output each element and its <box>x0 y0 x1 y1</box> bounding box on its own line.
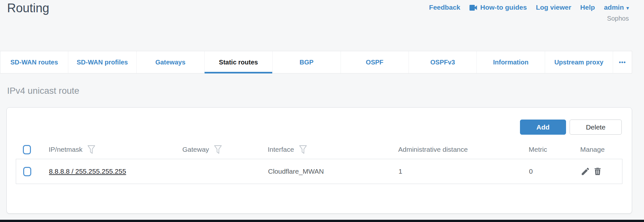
column-header-interface: Interface <box>268 146 294 153</box>
nav-admin-menu[interactable]: admin ▾ <box>604 4 629 11</box>
nav-feedback[interactable]: Feedback <box>429 4 460 11</box>
nav-help[interactable]: Help <box>580 4 595 11</box>
window-bottom-edge <box>0 220 644 222</box>
tab-overflow-ellipsis-icon[interactable]: ••• <box>613 51 632 73</box>
cell-administrative-distance: 1 <box>399 168 529 175</box>
column-header-administrative-distance: Administrative distance <box>398 146 468 153</box>
tab-bgp[interactable]: BGP <box>273 51 341 73</box>
row-checkbox[interactable] <box>23 167 31 176</box>
delete-button[interactable]: Delete <box>570 120 622 135</box>
tab-gateways[interactable]: Gateways <box>137 51 205 73</box>
table-row: 8.8.8.8 / 255.255.255.255 Cloudflare_MWA… <box>16 159 622 184</box>
cell-interface: Cloudflare_MWAN <box>268 168 399 175</box>
funnel-icon[interactable] <box>214 145 222 154</box>
tab-upstream-proxy[interactable]: Upstream proxy <box>545 51 613 73</box>
account-vendor-label: Sophos <box>607 15 629 22</box>
cell-manage <box>581 167 622 176</box>
chevron-down-icon: ▾ <box>626 5 629 10</box>
tab-bar: SD-WAN routes SD-WAN profiles Gateways S… <box>0 51 632 73</box>
tab-static-routes[interactable]: Static routes <box>205 51 273 73</box>
tab-sd-wan-profiles[interactable]: SD-WAN profiles <box>68 51 136 73</box>
funnel-icon[interactable] <box>87 145 95 154</box>
funnel-icon[interactable] <box>299 145 307 154</box>
page-title: Routing <box>7 1 49 15</box>
videocam-icon <box>469 5 478 10</box>
column-header-metric: Metric <box>529 146 547 153</box>
column-header-gateway: Gateway <box>182 146 209 153</box>
route-ip-netmask-link[interactable]: 8.8.8.8 / 255.255.255.255 <box>49 168 126 175</box>
add-button[interactable]: Add <box>520 120 566 135</box>
nav-how-to-guides[interactable]: How-to guides <box>469 4 527 11</box>
tab-information[interactable]: Information <box>477 51 545 73</box>
column-header-manage: Manage <box>580 146 605 153</box>
trash-icon[interactable] <box>593 167 602 176</box>
column-header-ip-netmask: IP/netmask <box>49 146 82 153</box>
select-all-checkbox[interactable] <box>23 145 31 154</box>
section-title: IPv4 unicast route <box>7 86 79 96</box>
tab-sd-wan-routes[interactable]: SD-WAN routes <box>0 51 68 73</box>
cell-metric: 0 <box>529 168 581 175</box>
table-header-row: IP/netmask Gateway Interface Administrat… <box>16 140 622 159</box>
tab-ospfv3[interactable]: OSPFv3 <box>409 51 477 73</box>
static-routes-panel: Add Delete IP/netmask Gateway Interface … <box>6 107 632 214</box>
nav-log-viewer[interactable]: Log viewer <box>536 4 571 11</box>
table-actions: Add Delete <box>520 120 622 135</box>
edit-pencil-icon[interactable] <box>581 167 590 176</box>
top-nav: Feedback How-to guides Log viewer Help a… <box>429 4 629 11</box>
tab-ospf[interactable]: OSPF <box>341 51 409 73</box>
